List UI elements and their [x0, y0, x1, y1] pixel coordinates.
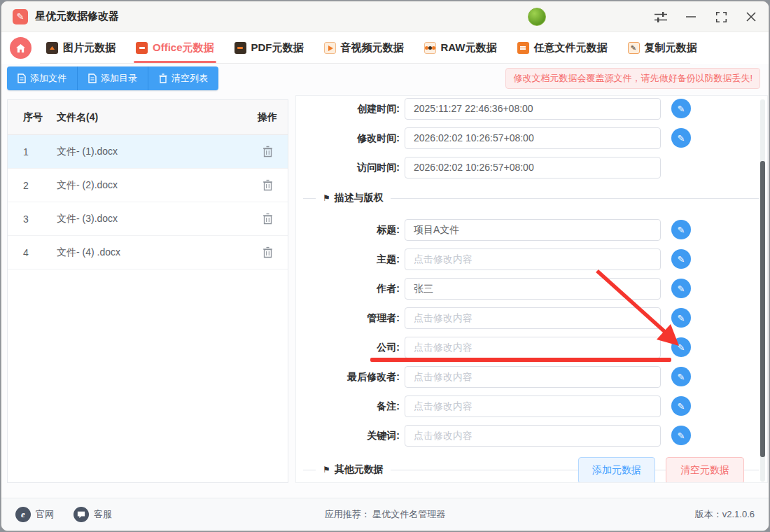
field-access-time: 访问时间: 2026:02:02 10:26:57+08:00: [296, 157, 767, 178]
edit-button-company[interactable]: ✎: [671, 337, 691, 357]
edit-button[interactable]: ✎: [671, 308, 691, 328]
edit-icon: ✎: [678, 104, 685, 114]
access-time-input[interactable]: 2026:02:02 10:26:57+08:00: [405, 157, 661, 178]
tab-image-metadata[interactable]: 图片元数据: [46, 33, 116, 63]
window-controls: [653, 1, 759, 32]
clear-list-button[interactable]: 清空列表: [148, 66, 218, 90]
delete-row-button[interactable]: [262, 213, 273, 225]
tab-copy-metadata[interactable]: ✎ 复制元数据: [627, 33, 698, 63]
modify-time-input[interactable]: 2026:02:02 10:26:57+08:00: [405, 127, 661, 149]
trash-icon: [159, 74, 167, 83]
copy-metadata-icon: ✎: [628, 42, 640, 54]
minimize-button[interactable]: [683, 9, 699, 24]
settings-sliders-icon[interactable]: [653, 9, 668, 24]
office-metadata-icon: [136, 42, 148, 54]
metadata-form-panel: 创建时间: 2025:11:27 22:46:36+08:00 ✎ 修改时间: …: [295, 95, 768, 483]
tab-anyfile-metadata[interactable]: 任意文件元数据: [517, 33, 608, 63]
edit-icon: ✎: [678, 254, 685, 265]
maximize-button[interactable]: [713, 9, 729, 24]
tab-bar: 图片元数据 Office元数据 PDF元数据 音视频元数据 RAW元数据 任意文…: [1, 32, 769, 64]
home-button[interactable]: [10, 37, 31, 59]
edit-icon: ✎: [678, 342, 685, 353]
field-manager: 管理者: 点击修改内容 ✎: [296, 307, 767, 329]
title-input[interactable]: 项目A文件: [405, 219, 661, 241]
add-metadata-button[interactable]: 添加元数据: [578, 457, 655, 483]
field-author: 作者: 张三 ✎: [296, 278, 767, 300]
edit-button[interactable]: ✎: [671, 279, 691, 298]
close-button[interactable]: [743, 9, 759, 24]
trash-icon: [262, 213, 273, 225]
section-copyright: ⚑描述与版权: [303, 192, 759, 204]
tab-raw-metadata[interactable]: RAW元数据: [424, 33, 498, 63]
add-file-button[interactable]: 添加文件: [7, 66, 78, 90]
tab-av-metadata[interactable]: 音视频元数据: [323, 33, 405, 63]
edit-button[interactable]: ✎: [671, 220, 691, 239]
field-keywords: 关键词: 点击修改内容 ✎: [296, 425, 767, 447]
delete-row-button[interactable]: [262, 246, 273, 258]
edit-button[interactable]: ✎: [671, 99, 691, 118]
toolbar: 添加文件 添加目录 清空列表 修改文档元数据会覆盖源文件，请先做好备份以防数据丢…: [1, 64, 769, 93]
browser-e-icon: e: [15, 507, 31, 522]
edit-button[interactable]: ✎: [671, 128, 691, 148]
last-modifier-input[interactable]: 点击修改内容: [405, 366, 661, 388]
manager-input[interactable]: 点击修改内容: [405, 307, 661, 329]
edit-icon: ✎: [678, 430, 685, 441]
edit-button[interactable]: ✎: [671, 396, 691, 416]
home-icon: [15, 43, 26, 53]
table-row[interactable]: 1 文件- (1).docx: [8, 135, 288, 169]
toolbar-button-group: 添加文件 添加目录 清空列表: [7, 66, 218, 90]
company-input[interactable]: 点击修改内容: [405, 337, 661, 358]
footer: e 官网 客服 应用推荐： 星优文件名管理器 版本：v2.1.0.6: [1, 498, 769, 531]
remarks-input[interactable]: 点击修改内容: [405, 396, 661, 417]
avatar[interactable]: [528, 8, 546, 26]
file-icon: [88, 74, 97, 83]
field-create-time: 创建时间: 2025:11:27 22:46:36+08:00 ✎: [296, 98, 767, 120]
official-site-link[interactable]: e 官网: [15, 507, 54, 522]
edit-icon: ✎: [678, 133, 685, 144]
add-folder-button[interactable]: 添加目录: [78, 66, 148, 90]
pdf-metadata-icon: [234, 42, 246, 54]
clear-metadata-button[interactable]: 清空元数据: [666, 457, 744, 483]
edit-icon: ✎: [678, 225, 685, 235]
scrollbar-track[interactable]: [760, 99, 765, 482]
create-time-input[interactable]: 2025:11:27 22:46:36+08:00: [405, 98, 661, 120]
tab-pdf-metadata[interactable]: PDF元数据: [234, 33, 304, 63]
app-logo-icon: ✎: [13, 9, 28, 24]
table-row[interactable]: 4 文件- (4) .docx: [8, 236, 288, 270]
field-subject: 主题: 点击修改内容 ✎: [296, 248, 767, 270]
customer-service-link[interactable]: 客服: [74, 507, 112, 522]
table-row[interactable]: 3 文件- (3).docx: [8, 202, 288, 236]
user-name-redacted: [542, 9, 659, 24]
app-window: ✎ 星优元数据修改器 图片元数据: [1, 1, 769, 531]
tab-office-metadata[interactable]: Office元数据: [135, 33, 215, 63]
file-icon: [18, 74, 26, 83]
delete-row-button[interactable]: [262, 179, 273, 191]
field-title: 标题: 项目A文件 ✎: [296, 219, 767, 241]
edit-icon: ✎: [678, 284, 685, 294]
app-recommendation: 应用推荐： 星优文件名管理器: [1, 508, 769, 521]
edit-button[interactable]: ✎: [671, 249, 691, 269]
file-list-panel: 序号 文件名(4) 操作 1 文件- (1).docx 2 文件- (2).do…: [7, 99, 288, 483]
trash-icon: [262, 246, 273, 258]
flag-icon: ⚑: [323, 193, 330, 203]
anyfile-metadata-icon: [517, 42, 529, 54]
version-label: 版本：v2.1.0.6: [695, 508, 755, 521]
scrollbar-thumb[interactable]: [760, 161, 765, 457]
table-row[interactable]: 2 文件- (2).docx: [8, 169, 288, 202]
delete-row-button[interactable]: [262, 146, 273, 158]
titlebar: ✎ 星优元数据修改器: [1, 1, 769, 32]
author-input[interactable]: 张三: [405, 278, 661, 300]
field-remarks: 备注: 点击修改内容 ✎: [296, 396, 767, 417]
chat-bubble-icon: [74, 507, 89, 522]
app-title: 星优元数据修改器: [35, 10, 119, 23]
main-area: 序号 文件名(4) 操作 1 文件- (1).docx 2 文件- (2).do…: [1, 93, 769, 498]
field-last-modifier: 最后修改者: 点击修改内容 ✎: [296, 366, 767, 388]
user-account[interactable]: [528, 8, 659, 26]
edit-button[interactable]: ✎: [671, 367, 691, 386]
subject-input[interactable]: 点击修改内容: [405, 248, 661, 270]
keywords-input[interactable]: 点击修改内容: [405, 425, 661, 447]
flag-icon: ⚑: [323, 465, 330, 475]
field-modify-time: 修改时间: 2026:02:02 10:26:57+08:00 ✎: [296, 127, 767, 149]
edit-button[interactable]: ✎: [671, 426, 691, 445]
trash-icon: [262, 146, 273, 158]
